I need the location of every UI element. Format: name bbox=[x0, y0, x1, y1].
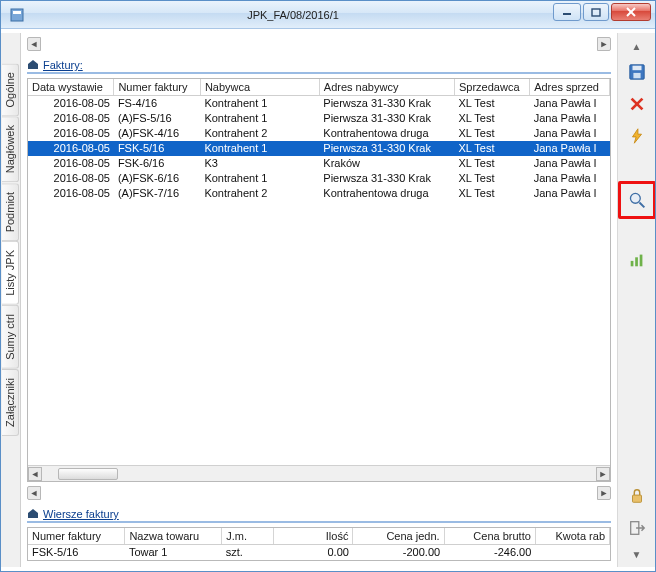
table-row[interactable]: 2016-08-05(A)FSK-6/16Kontrahent 1Pierwsz… bbox=[28, 171, 610, 186]
svg-point-11 bbox=[630, 193, 640, 203]
faktury-header: Faktury: bbox=[27, 57, 611, 74]
mid-scroll-strip: ◄ ► bbox=[27, 486, 611, 500]
col-adres-nabywcy[interactable]: Adres nabywcy bbox=[319, 79, 454, 96]
faktury-header-row[interactable]: Data wystawie Numer faktury Nabywca Adre… bbox=[28, 79, 610, 96]
col-ilosc[interactable]: Ilość bbox=[273, 528, 353, 545]
table-row[interactable]: 2016-08-05FS-4/16Kontrahent 1Pierwsza 31… bbox=[28, 96, 610, 112]
close-button[interactable] bbox=[611, 3, 651, 21]
svg-rect-1 bbox=[13, 11, 21, 14]
body: Ogólne Nagłówek Podmiot Listy JPK Sumy c… bbox=[1, 29, 655, 571]
content: ◄ ► Faktury: Data wystawie Numer faktury… bbox=[21, 33, 617, 567]
table-row[interactable]: FSK-5/16Towar 1szt.0.00-200.00-246.00 bbox=[28, 545, 610, 561]
col-cena-jedn[interactable]: Cena jedn. bbox=[353, 528, 444, 545]
lock-button[interactable] bbox=[623, 483, 651, 509]
col-adres-sprzedawcy[interactable]: Adres sprzed bbox=[530, 79, 610, 96]
svg-rect-7 bbox=[632, 66, 641, 71]
hscroll-left[interactable]: ◄ bbox=[28, 467, 42, 481]
svg-line-12 bbox=[639, 202, 644, 207]
delete-button[interactable] bbox=[623, 91, 651, 117]
minimize-button[interactable] bbox=[553, 3, 581, 21]
col-numer-faktury-w[interactable]: Numer faktury bbox=[28, 528, 125, 545]
app-window: JPK_FA/08/2016/1 Ogólne Nagłówek Podmiot… bbox=[0, 0, 656, 572]
scroll-right-button[interactable]: ► bbox=[597, 37, 611, 51]
col-kwota-rab[interactable]: Kwota rab bbox=[535, 528, 609, 545]
wiersze-grid[interactable]: Numer faktury Nazwa towaru J.m. Ilość Ce… bbox=[27, 527, 611, 561]
table-row[interactable]: 2016-08-05FSK-6/16K3KrakówXL TestJana Pa… bbox=[28, 156, 610, 171]
scroll-left-button[interactable]: ◄ bbox=[27, 37, 41, 51]
vtab-sumy-ctrl[interactable]: Sumy ctrl bbox=[2, 305, 19, 369]
maximize-button[interactable] bbox=[583, 3, 609, 21]
svg-rect-13 bbox=[630, 261, 633, 266]
hscroll-thumb[interactable] bbox=[58, 468, 118, 480]
col-cena-brutto[interactable]: Cena brutto bbox=[444, 528, 535, 545]
scroll-right-button-2[interactable]: ► bbox=[597, 486, 611, 500]
col-nabywca[interactable]: Nabywca bbox=[200, 79, 319, 96]
svg-rect-3 bbox=[592, 9, 600, 16]
vtab-ogolne[interactable]: Ogólne bbox=[2, 63, 19, 116]
faktury-grid[interactable]: Data wystawie Numer faktury Nabywca Adre… bbox=[27, 78, 611, 482]
table-row[interactable]: 2016-08-05FSK-5/16Kontrahent 1Pierwsza 3… bbox=[28, 141, 610, 156]
house-icon bbox=[27, 508, 39, 520]
top-scroll-strip: ◄ ► bbox=[27, 37, 611, 51]
grid-empty bbox=[28, 201, 610, 465]
scroll-left-button-2[interactable]: ◄ bbox=[27, 486, 41, 500]
col-sprzedawca[interactable]: Sprzedawca bbox=[454, 79, 529, 96]
window-title: JPK_FA/08/2016/1 bbox=[31, 9, 555, 21]
table-row[interactable]: 2016-08-05(A)FSK-4/16Kontrahent 2Kontrah… bbox=[28, 126, 610, 141]
save-button[interactable] bbox=[623, 59, 651, 85]
vtab-naglowek[interactable]: Nagłówek bbox=[2, 116, 19, 182]
app-icon bbox=[9, 7, 25, 23]
svg-rect-16 bbox=[632, 495, 641, 502]
col-nazwa-towaru[interactable]: Nazwa towaru bbox=[125, 528, 222, 545]
window-buttons bbox=[553, 3, 651, 21]
vtab-podmiot[interactable]: Podmiot bbox=[2, 183, 19, 241]
vtab-listy-jpk[interactable]: Listy JPK bbox=[2, 241, 19, 305]
faktury-label: Faktury: bbox=[43, 59, 83, 71]
faktury-hscroll[interactable]: ◄ ► bbox=[28, 465, 610, 481]
svg-rect-0 bbox=[11, 9, 23, 21]
chevron-down-icon[interactable]: ▼ bbox=[628, 547, 646, 561]
col-numer-faktury[interactable]: Numer faktury bbox=[114, 79, 201, 96]
table-row[interactable]: 2016-08-05(A)FSK-7/16Kontrahent 2Kontrah… bbox=[28, 186, 610, 201]
lightning-button[interactable] bbox=[623, 123, 651, 149]
magnifier-highlight bbox=[618, 181, 656, 219]
col-data-wystawienia[interactable]: Data wystawie bbox=[28, 79, 114, 96]
table-row[interactable]: 2016-08-05(A)FS-5/16Kontrahent 1Pierwsza… bbox=[28, 111, 610, 126]
vertical-tabs: Ogólne Nagłówek Podmiot Listy JPK Sumy c… bbox=[1, 33, 21, 567]
exit-button[interactable] bbox=[623, 515, 651, 541]
wiersze-header: Wiersze faktury bbox=[27, 506, 611, 523]
right-toolbar: ▲ bbox=[617, 33, 655, 567]
col-jm[interactable]: J.m. bbox=[222, 528, 273, 545]
svg-rect-15 bbox=[639, 255, 642, 267]
svg-rect-14 bbox=[635, 257, 638, 266]
hscroll-right[interactable]: ► bbox=[596, 467, 610, 481]
magnifier-button[interactable] bbox=[623, 186, 651, 214]
wiersze-header-row[interactable]: Numer faktury Nazwa towaru J.m. Ilość Ce… bbox=[28, 528, 610, 545]
chart-button[interactable] bbox=[623, 247, 651, 273]
house-icon bbox=[27, 59, 39, 71]
wiersze-label: Wiersze faktury bbox=[43, 508, 119, 520]
vtab-zalaczniki[interactable]: Załączniki bbox=[2, 369, 19, 436]
chevron-up-icon[interactable]: ▲ bbox=[628, 39, 646, 53]
titlebar: JPK_FA/08/2016/1 bbox=[1, 1, 655, 29]
svg-rect-8 bbox=[633, 73, 640, 78]
